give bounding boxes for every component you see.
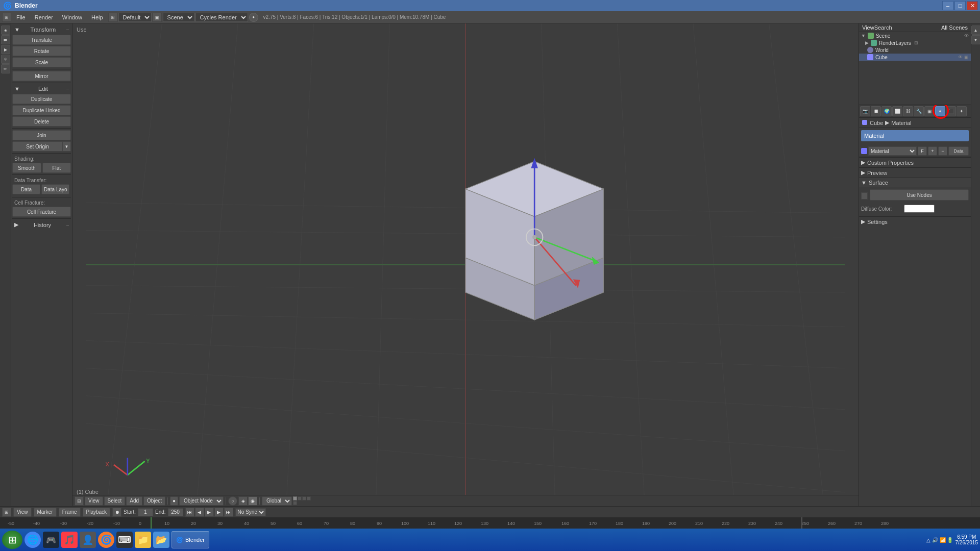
outliner-item-world[interactable]: World — [859, 46, 971, 54]
rotate-button[interactable]: Rotate — [12, 46, 71, 56]
set-origin-dropdown[interactable]: ▼ — [63, 141, 71, 152]
menu-render[interactable]: Render — [31, 13, 57, 21]
mat-btn-f[interactable]: F — [918, 146, 927, 156]
outliner-search[interactable]: Search — [874, 24, 892, 31]
surface-section[interactable]: ▼ Surface — [859, 178, 971, 187]
smooth-button[interactable]: Smooth — [12, 163, 41, 173]
solid-shading-button[interactable]: ◈ — [238, 496, 248, 506]
toolbar-icon-relations[interactable]: ⇄ — [1, 35, 10, 44]
data-button[interactable]: Data — [12, 184, 40, 194]
anim-record-icon[interactable]: ⏺ — [112, 508, 121, 517]
start-frame-input[interactable] — [138, 508, 153, 516]
chrome-icon[interactable]: 🌐 — [24, 532, 41, 548]
join-button[interactable]: Join — [12, 130, 71, 140]
cell-fracture-button[interactable]: Cell Fracture — [12, 207, 71, 217]
data-props-icon[interactable]: ▣ — [924, 106, 935, 116]
close-button[interactable]: ✕ — [967, 1, 978, 10]
end-frame-input[interactable] — [168, 508, 183, 516]
render-props-icon[interactable]: 📷 — [860, 106, 870, 116]
jump-start-btn[interactable]: ⏮ — [185, 508, 194, 517]
layer-4[interactable] — [307, 496, 311, 500]
use-nodes-button[interactable]: Use Nodes — [870, 189, 969, 201]
material-select[interactable]: Material — [868, 146, 917, 156]
world-props-icon[interactable]: 🌍 — [881, 106, 892, 116]
modifier-props-icon[interactable]: 🔧 — [914, 106, 924, 116]
outliner-item-renderlayers[interactable]: ▶ RenderLayers ⊞ — [859, 39, 971, 46]
texture-props-icon[interactable]: ⬛ — [946, 106, 956, 116]
next-frame-btn[interactable]: ▶ — [214, 508, 224, 517]
data-layo-button[interactable]: Data Layo — [41, 184, 69, 194]
outliner-item-cube[interactable]: Cube 👁 ▣ — [859, 54, 971, 61]
material-props-icon[interactable]: ● — [935, 106, 945, 116]
folder2-icon[interactable]: 📂 — [153, 532, 169, 548]
toolbar-icon-create[interactable]: ◈ — [1, 26, 10, 35]
delete-button[interactable]: Delete — [12, 116, 71, 127]
person-icon[interactable]: 👤 — [80, 532, 96, 548]
timeline-view-btn[interactable]: View — [13, 508, 32, 517]
outliner-item-scene[interactable]: ▼ Scene 👁 — [859, 32, 971, 39]
layer-5[interactable] — [293, 501, 297, 505]
blender-active-task[interactable]: 🌀 Blender — [172, 531, 209, 548]
layer-2[interactable] — [298, 496, 302, 500]
viewport[interactable]: User Persp — [72, 23, 859, 506]
mat-btn-data[interactable]: Data — [948, 146, 969, 156]
edit-section-title[interactable]: ▼ Edit – — [12, 85, 71, 93]
layer-3[interactable] — [302, 496, 306, 500]
folder-icon[interactable]: 📁 — [135, 532, 151, 548]
settings-section[interactable]: ▶ Settings — [859, 216, 971, 227]
duplicate-button[interactable]: Duplicate — [12, 94, 71, 104]
layer-1[interactable] — [293, 496, 297, 500]
start-button[interactable]: ⊞ — [2, 531, 22, 549]
vp-view-button[interactable]: View — [85, 496, 103, 506]
outliner-view[interactable]: View — [862, 24, 874, 31]
particles-props-icon[interactable]: ✦ — [957, 106, 967, 116]
toolbar-icon-grease[interactable]: ✏ — [1, 64, 10, 73]
vp-add-button[interactable]: Add — [126, 496, 142, 506]
prev-frame-btn[interactable]: ◀ — [195, 508, 204, 517]
itunes-icon[interactable]: 🎵 — [61, 532, 78, 548]
timeline-marker-btn[interactable]: Marker — [34, 508, 57, 517]
object-mode-select[interactable]: Object Mode — [179, 496, 224, 506]
duplicate-linked-button[interactable]: Duplicate Linked — [12, 105, 71, 115]
mirror-button[interactable]: Mirror — [12, 71, 71, 81]
material-name-input[interactable] — [861, 130, 969, 141]
history-section-title[interactable]: ▶ History – — [12, 220, 71, 229]
scene-props-icon[interactable]: 🔲 — [871, 106, 881, 116]
terminal-icon[interactable]: ⌨ — [116, 532, 133, 548]
timeline-frame-btn[interactable]: Frame — [59, 508, 81, 517]
constraint-props-icon[interactable]: ⛓ — [903, 106, 913, 116]
scale-button[interactable]: Scale — [12, 57, 71, 67]
material-shading-button[interactable]: ◉ — [248, 496, 257, 506]
toolbar-icon-physics[interactable]: ⚛ — [1, 55, 10, 64]
scroll-up-icon[interactable]: ▲ — [971, 26, 981, 35]
blender-taskbar-icon[interactable]: 🌀 — [98, 532, 114, 548]
preview-section[interactable]: ▶ Preview — [859, 167, 971, 178]
menu-file[interactable]: File — [12, 13, 30, 21]
sync-select[interactable]: No Sync — [235, 508, 266, 516]
vp-select-button[interactable]: Select — [104, 496, 126, 506]
flat-button[interactable]: Flat — [42, 163, 71, 173]
layout-select[interactable]: Default — [118, 13, 152, 22]
menu-help[interactable]: Help — [87, 13, 107, 21]
steam-icon[interactable]: 🎮 — [43, 532, 59, 548]
maximize-button[interactable]: □ — [954, 1, 966, 10]
set-origin-button[interactable]: Set Origin — [12, 141, 63, 152]
engine-select[interactable]: Cycles Render — [195, 13, 248, 22]
transform-section-title[interactable]: ▼ Transform – — [12, 26, 71, 34]
timeline-playback-btn[interactable]: Playback — [83, 508, 111, 517]
play-btn[interactable]: ▶ — [205, 508, 214, 517]
mat-btn-plus[interactable]: + — [928, 146, 937, 156]
vp-object-button[interactable]: Object — [143, 496, 165, 506]
mat-btn-minus[interactable]: − — [938, 146, 947, 156]
timeline-icon[interactable]: ⊞ — [2, 508, 11, 517]
scene-select[interactable]: Scene — [163, 13, 194, 22]
clock[interactable]: 6:59 PM 7/26/2015 — [955, 534, 978, 545]
scroll-down-icon[interactable]: ▼ — [971, 35, 981, 44]
global-select[interactable]: Global — [262, 496, 292, 506]
object-props-icon[interactable]: ⬜ — [892, 106, 902, 116]
jump-end-btn[interactable]: ⏭ — [224, 508, 233, 517]
custom-properties-section[interactable]: ▶ Custom Properties — [859, 157, 971, 167]
minimize-button[interactable]: – — [942, 1, 953, 10]
viewport-render-icon[interactable]: ○ — [228, 496, 237, 506]
menu-window[interactable]: Window — [58, 13, 86, 21]
